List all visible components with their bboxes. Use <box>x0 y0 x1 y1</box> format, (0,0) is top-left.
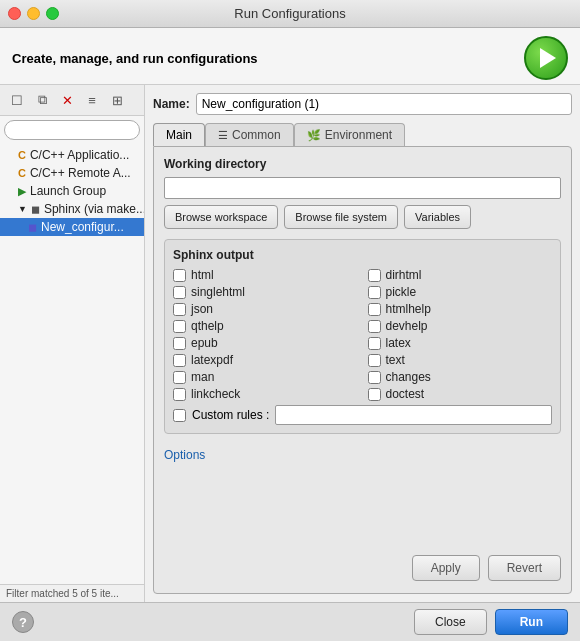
name-input[interactable] <box>196 93 572 115</box>
cb-htmlhelp-label: htmlhelp <box>386 302 431 316</box>
cb-devhelp-input[interactable] <box>368 320 381 333</box>
revert-button[interactable]: Revert <box>488 555 561 581</box>
common-tab-icon: ☰ <box>218 129 228 142</box>
cb-latex-input[interactable] <box>368 337 381 350</box>
window-controls[interactable] <box>8 7 59 20</box>
cb-pickle: pickle <box>368 285 553 299</box>
name-row: Name: <box>153 93 572 115</box>
apply-button[interactable]: Apply <box>412 555 480 581</box>
c-app-icon: C <box>18 149 26 161</box>
sphinx-icon: ◼ <box>31 203 40 216</box>
cb-latexpdf: latexpdf <box>173 353 358 367</box>
custom-rules-row: Custom rules : <box>173 405 552 425</box>
expand-button[interactable]: ⊞ <box>106 89 128 111</box>
output-section: Sphinx output html dirhtml singlehtml <box>164 239 561 434</box>
cb-html-label: html <box>191 268 214 282</box>
tree-item-sphinx[interactable]: ▼ ◼ Sphinx (via make... <box>0 200 144 218</box>
cb-linkcheck-label: linkcheck <box>191 387 240 401</box>
cb-text: text <box>368 353 553 367</box>
cb-htmlhelp-input[interactable] <box>368 303 381 316</box>
cb-changes-label: changes <box>386 370 431 384</box>
minimize-window-button[interactable] <box>27 7 40 20</box>
cb-qthelp-label: qthelp <box>191 319 224 333</box>
cb-doctest-input[interactable] <box>368 388 381 401</box>
cb-qthelp: qthelp <box>173 319 358 333</box>
cb-devhelp-label: devhelp <box>386 319 428 333</box>
browse-filesystem-button[interactable]: Browse file system <box>284 205 398 229</box>
cb-text-input[interactable] <box>368 354 381 367</box>
tab-main[interactable]: Main <box>153 123 205 146</box>
variables-button[interactable]: Variables <box>404 205 471 229</box>
window-title: Run Configurations <box>234 6 345 21</box>
title-bar: Run Configurations <box>0 0 580 28</box>
tabs-bar: Main ☰ Common 🌿 Environment <box>153 123 572 146</box>
cb-html-input[interactable] <box>173 269 186 282</box>
tree-item-cpp-app[interactable]: C C/C++ Applicatio... <box>0 146 144 164</box>
cb-singlehtml-input[interactable] <box>173 286 186 299</box>
cb-changes-input[interactable] <box>368 371 381 384</box>
cb-qthelp-input[interactable] <box>173 320 186 333</box>
checkboxes-grid: html dirhtml singlehtml pickle <box>173 268 552 401</box>
cb-custom-input[interactable] <box>173 409 186 422</box>
tab-common-label: Common <box>232 128 281 142</box>
help-button[interactable]: ? <box>12 611 34 633</box>
tree-item-cpp-remote[interactable]: C C/C++ Remote A... <box>0 164 144 182</box>
top-area: Create, manage, and run configurations <box>0 28 580 85</box>
options-link[interactable]: Options <box>164 448 561 462</box>
working-dir-input[interactable] <box>164 177 561 199</box>
cb-linkcheck-input[interactable] <box>173 388 186 401</box>
tab-environment[interactable]: 🌿 Environment <box>294 123 405 146</box>
filter-button[interactable]: ≡ <box>81 89 103 111</box>
search-box[interactable] <box>4 120 140 140</box>
dialog-footer: ? Close Run <box>0 602 580 641</box>
bottom-action-row: Apply Revert <box>164 549 561 583</box>
new-config-button[interactable]: ☐ <box>6 89 28 111</box>
browse-workspace-button[interactable]: Browse workspace <box>164 205 278 229</box>
close-button[interactable]: Close <box>414 609 487 635</box>
tree-item-cpp-app-label: C/C++ Applicatio... <box>30 148 129 162</box>
cb-epub-input[interactable] <box>173 337 186 350</box>
tree-item-new-config-label: New_configur... <box>41 220 124 234</box>
cb-devhelp: devhelp <box>368 319 553 333</box>
run-big-button[interactable] <box>524 36 568 80</box>
delete-config-button[interactable]: ✕ <box>56 89 78 111</box>
cb-htmlhelp: htmlhelp <box>368 302 553 316</box>
run-button[interactable]: Run <box>495 609 568 635</box>
cb-latexpdf-input[interactable] <box>173 354 186 367</box>
search-input[interactable] <box>4 120 140 140</box>
cb-dirhtml-input[interactable] <box>368 269 381 282</box>
cb-json-input[interactable] <box>173 303 186 316</box>
launch-icon: ▶ <box>18 185 26 198</box>
cb-doctest: doctest <box>368 387 553 401</box>
tree-item-sphinx-label: Sphinx (via make... <box>44 202 144 216</box>
copy-config-button[interactable]: ⧉ <box>31 89 53 111</box>
cb-linkcheck: linkcheck <box>173 387 358 401</box>
cb-man-input[interactable] <box>173 371 186 384</box>
tree-item-launch-group-label: Launch Group <box>30 184 106 198</box>
output-section-title: Sphinx output <box>173 248 552 262</box>
close-window-button[interactable] <box>8 7 21 20</box>
cb-dirhtml-label: dirhtml <box>386 268 422 282</box>
tree-item-new-config[interactable]: ◼ New_configur... <box>0 218 144 236</box>
tree-item-launch-group[interactable]: ▶ Launch Group <box>0 182 144 200</box>
cb-epub: epub <box>173 336 358 350</box>
tab-common[interactable]: ☰ Common <box>205 123 294 146</box>
cb-singlehtml-label: singlehtml <box>191 285 245 299</box>
tab-environment-label: Environment <box>325 128 392 142</box>
cb-changes: changes <box>368 370 553 384</box>
right-panel: Name: Main ☰ Common 🌿 Environment Workin… <box>145 85 580 602</box>
expand-triangle-icon: ▼ <box>18 204 27 214</box>
cb-dirhtml: dirhtml <box>368 268 553 282</box>
c-remote-icon: C <box>18 167 26 179</box>
filter-status: Filter matched 5 of 5 ite... <box>0 584 144 602</box>
maximize-window-button[interactable] <box>46 7 59 20</box>
main-content: ☐ ⧉ ✕ ≡ ⊞ C C/C++ Applicatio... C C/C++ … <box>0 85 580 602</box>
page-title: Create, manage, and run configurations <box>12 51 258 66</box>
cb-doctest-label: doctest <box>386 387 425 401</box>
tab-main-label: Main <box>166 128 192 142</box>
cb-man: man <box>173 370 358 384</box>
custom-rules-input[interactable] <box>275 405 552 425</box>
cb-json-label: json <box>191 302 213 316</box>
cb-html: html <box>173 268 358 282</box>
cb-pickle-input[interactable] <box>368 286 381 299</box>
